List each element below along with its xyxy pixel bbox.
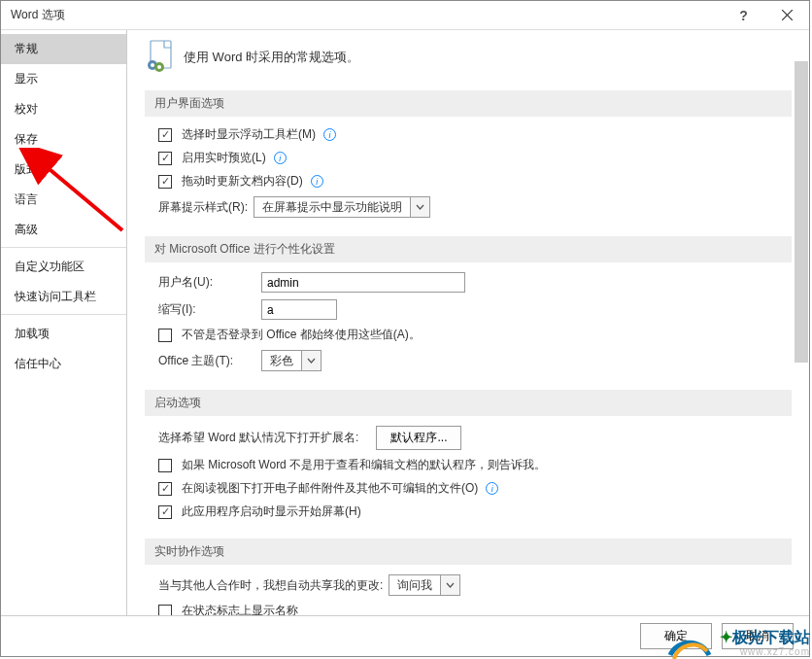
svg-point-5: [151, 63, 154, 67]
input-username[interactable]: [261, 272, 465, 293]
select-auto-share[interactable]: 询问我: [389, 574, 460, 596]
sidebar-item-general[interactable]: 常规: [1, 34, 126, 64]
label-open-reading-view: 在阅读视图下打开电子邮件附件及其他不可编辑的文件(O): [182, 480, 478, 497]
ok-button[interactable]: 确定: [640, 623, 712, 649]
dialog-footer: 确定 取消: [1, 615, 809, 656]
label-initials: 缩写(I):: [158, 301, 255, 318]
svg-point-6: [157, 65, 161, 69]
sidebar-item-proofing[interactable]: 校对: [1, 94, 126, 124]
chevron-down-icon: [410, 197, 429, 217]
info-icon[interactable]: [311, 175, 323, 188]
sidebar-item-save[interactable]: 保存: [1, 124, 126, 155]
label-show-names-on-flags: 在状态标志上显示名称: [182, 603, 298, 615]
sidebar-item-advanced[interactable]: 高级: [1, 215, 126, 248]
sidebar-item-display[interactable]: 显示: [1, 64, 126, 94]
label-update-on-drag: 拖动时更新文档内容(D): [182, 173, 303, 190]
checkbox-enable-live-preview[interactable]: [158, 152, 172, 165]
section-ui-options-title: 用户界面选项: [145, 90, 792, 117]
checkbox-show-names-on-flags[interactable]: [158, 605, 172, 616]
checkbox-open-reading-view[interactable]: [158, 482, 172, 496]
chevron-down-icon: [440, 575, 459, 595]
close-button[interactable]: [765, 1, 809, 30]
section-startup-title: 启动选项: [145, 390, 792, 416]
sidebar-item-addins[interactable]: 加载项: [1, 319, 126, 349]
select-screentip-style[interactable]: 在屏幕提示中显示功能说明: [254, 196, 430, 218]
button-default-programs[interactable]: 默认程序...: [376, 426, 461, 450]
label-tell-default-program: 如果 Microsoft Word 不是用于查看和编辑文档的默认程序，则告诉我。: [182, 457, 546, 473]
general-options-icon: [145, 40, 174, 75]
select-office-theme[interactable]: 彩色: [261, 350, 321, 371]
checkbox-show-mini-toolbar[interactable]: [158, 128, 172, 142]
label-always-use-values: 不管是否登录到 Office 都始终使用这些值(A)。: [182, 327, 421, 343]
label-show-mini-toolbar: 选择时显示浮动工具栏(M): [182, 126, 316, 143]
sidebar-item-language[interactable]: 语言: [1, 185, 126, 215]
checkbox-show-start-screen[interactable]: [158, 505, 172, 519]
input-initials[interactable]: [261, 299, 337, 320]
cancel-button[interactable]: 取消: [722, 623, 794, 649]
sidebar: 常规 显示 校对 保存 版式 语言 高级 自定义功能区 快速访问工具栏 加载项 …: [1, 30, 127, 615]
word-options-dialog: Word 选项 ? 常规 显示 校对 保存 版式 语言 高级 自定义功能区 快速…: [0, 0, 810, 657]
close-icon: [782, 10, 793, 20]
sidebar-item-customize-ribbon[interactable]: 自定义功能区: [1, 252, 126, 282]
label-default-extensions: 选择希望 Word 默认情况下打开扩展名:: [158, 430, 358, 446]
label-username: 用户名(U):: [158, 274, 255, 291]
label-screentip-style: 屏幕提示样式(R):: [158, 199, 248, 216]
scrollbar-thumb[interactable]: [795, 61, 808, 363]
label-show-start-screen: 此应用程序启动时显示开始屏幕(H): [182, 503, 361, 520]
label-auto-share: 当与其他人合作时，我想自动共享我的更改:: [158, 577, 383, 594]
sidebar-item-layout[interactable]: 版式: [1, 155, 126, 185]
info-icon[interactable]: [274, 152, 287, 164]
sidebar-item-quick-access[interactable]: 快速访问工具栏: [1, 282, 126, 315]
label-office-theme: Office 主题(T):: [158, 353, 255, 369]
content-pane: 使用 Word 时采用的常规选项。 用户界面选项 选择时显示浮动工具栏(M) 启…: [127, 30, 809, 615]
header-text: 使用 Word 时采用的常规选项。: [184, 49, 359, 66]
section-personalize-title: 对 Microsoft Office 进行个性化设置: [145, 236, 792, 262]
label-enable-live-preview: 启用实时预览(L): [182, 150, 266, 166]
titlebar: Word 选项 ?: [1, 1, 809, 30]
section-collaboration-title: 实时协作选项: [145, 538, 792, 565]
checkbox-tell-default-program[interactable]: [158, 459, 172, 472]
checkbox-update-on-drag[interactable]: [158, 175, 172, 189]
chevron-down-icon: [301, 351, 321, 370]
help-button[interactable]: ?: [722, 1, 765, 30]
checkbox-always-use-values[interactable]: [158, 329, 172, 342]
dialog-title: Word 选项: [11, 7, 722, 23]
info-icon[interactable]: [486, 482, 498, 495]
info-icon[interactable]: [323, 128, 336, 141]
sidebar-item-trust-center[interactable]: 信任中心: [1, 349, 126, 379]
